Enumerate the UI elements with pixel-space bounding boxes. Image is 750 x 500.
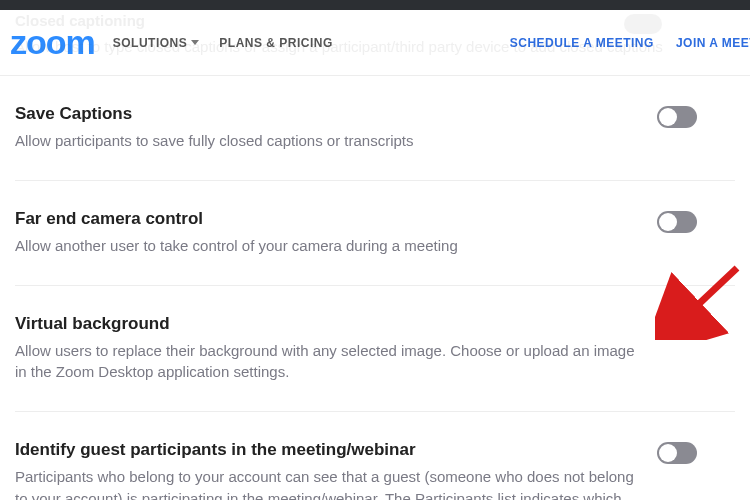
setting-title: Virtual background	[15, 314, 645, 334]
setting-title: Save Captions	[15, 104, 645, 124]
setting-far-end-camera: Far end camera control Allow another use…	[15, 181, 735, 286]
setting-desc-text: Participants who belong to your account …	[15, 468, 634, 500]
settings-list: Save Captions Allow participants to save…	[0, 76, 750, 500]
setting-desc: Allow users to replace their background …	[15, 340, 645, 384]
zoom-logo[interactable]: zoom	[10, 23, 95, 62]
ghost-toggle	[624, 14, 662, 34]
toggle-identify-guests[interactable]	[657, 442, 697, 464]
toggle-save-captions[interactable]	[657, 106, 697, 128]
nav-plans-pricing[interactable]: PLANS & PRICING	[219, 36, 333, 50]
toggle-virtual-background[interactable]	[657, 316, 697, 338]
setting-desc: Allow another user to take control of yo…	[15, 235, 645, 257]
setting-title: Identify guest participants in the meeti…	[15, 440, 645, 460]
window-top-bar	[0, 0, 750, 10]
setting-virtual-background: Virtual background Allow users to replac…	[15, 286, 735, 413]
setting-save-captions: Save Captions Allow participants to save…	[15, 76, 735, 181]
setting-identify-guests: Identify guest participants in the meeti…	[15, 412, 735, 500]
setting-desc: Participants who belong to your account …	[15, 466, 645, 500]
toggle-far-end-camera[interactable]	[657, 211, 697, 233]
setting-desc: Allow participants to save fully closed …	[15, 130, 645, 152]
nav-plans-label: PLANS & PRICING	[219, 36, 333, 50]
nav-solutions[interactable]: SOLUTIONS	[113, 36, 200, 50]
main-nav: Closed captioning Allow host to type clo…	[0, 10, 750, 76]
chevron-down-icon	[191, 40, 199, 45]
nav-schedule-meeting[interactable]: SCHEDULE A MEETING	[510, 36, 654, 50]
nav-join-meeting[interactable]: JOIN A MEETING	[676, 36, 750, 50]
setting-title: Far end camera control	[15, 209, 645, 229]
nav-solutions-label: SOLUTIONS	[113, 36, 188, 50]
